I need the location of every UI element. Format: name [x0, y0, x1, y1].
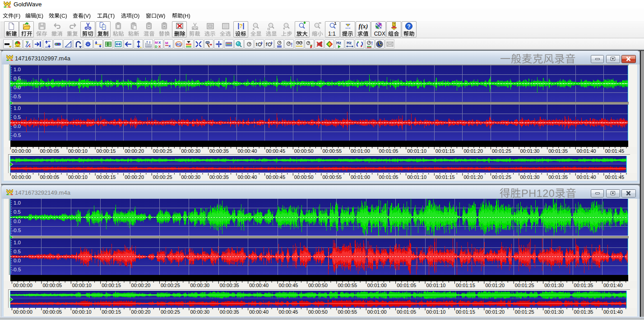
- svg-text:t: t: [256, 42, 258, 47]
- svg-text:00:00:45: 00:00:45: [266, 174, 285, 180]
- svg-text:00:01:15: 00:01:15: [436, 174, 455, 180]
- svg-text:1: 1: [334, 22, 336, 26]
- svg-text:00:00:15: 00:00:15: [102, 283, 121, 288]
- svg-text:00:00:35: 00:00:35: [220, 309, 239, 315]
- svg-text:00:01:40: 00:01:40: [603, 283, 623, 288]
- svg-text:00:00:40: 00:00:40: [238, 148, 257, 154]
- svg-text:00:00:20: 00:00:20: [131, 309, 151, 315]
- svg-text:00:01:40: 00:01:40: [577, 148, 596, 154]
- svg-text:00:01:35: 00:01:35: [548, 174, 568, 180]
- svg-text:00:00:15: 00:00:15: [97, 174, 116, 180]
- svg-text:00:01:25: 00:01:25: [492, 174, 511, 180]
- svg-text:00:00:30: 00:00:30: [190, 283, 209, 288]
- svg-text:00:00:00: 00:00:00: [12, 174, 31, 180]
- svg-text:00:00:45: 00:00:45: [279, 309, 298, 315]
- svg-text:00:00:35: 00:00:35: [220, 283, 239, 288]
- svg-text:00:01:00: 00:01:00: [351, 174, 370, 180]
- svg-text:00:00:25: 00:00:25: [153, 148, 172, 154]
- svg-text:00:01:00: 00:01:00: [367, 309, 387, 315]
- svg-text:00:01:40: 00:01:40: [577, 174, 596, 180]
- svg-text:f: f: [266, 42, 268, 47]
- svg-text:00:01:15: 00:01:15: [456, 309, 475, 315]
- svg-text:Hz: Hz: [336, 41, 341, 45]
- svg-text:00:01:10: 00:01:10: [407, 174, 426, 180]
- svg-text:?: ?: [408, 23, 411, 29]
- svg-text:00:01:20: 00:01:20: [463, 174, 483, 180]
- svg-text:00:00:00: 00:00:00: [13, 309, 32, 315]
- svg-text:00:00:55: 00:00:55: [322, 174, 342, 180]
- svg-text:00:00:25: 00:00:25: [161, 283, 180, 288]
- svg-text:00:01:10: 00:01:10: [407, 148, 426, 154]
- svg-text:00:00:35: 00:00:35: [209, 148, 229, 154]
- svg-text:00:01:15: 00:01:15: [456, 283, 475, 288]
- svg-text:00:01:45: 00:01:45: [605, 174, 624, 180]
- svg-text:00:00:45: 00:00:45: [279, 283, 298, 288]
- svg-text:00:00:40: 00:00:40: [249, 283, 269, 288]
- svg-text:00:00:20: 00:00:20: [131, 283, 151, 288]
- svg-text:00:01:25: 00:01:25: [515, 283, 534, 288]
- svg-text:00:00:05: 00:00:05: [42, 283, 62, 288]
- svg-text:!: !: [371, 41, 373, 46]
- svg-text:00:00:15: 00:00:15: [102, 309, 121, 315]
- svg-text:00:00:25: 00:00:25: [161, 309, 180, 315]
- svg-text:Hz: Hz: [347, 41, 352, 45]
- svg-text:X: X: [168, 44, 171, 48]
- svg-text:00:01:45: 00:01:45: [605, 148, 624, 154]
- svg-text:00:01:25: 00:01:25: [515, 309, 534, 315]
- svg-text:00:00:45: 00:00:45: [266, 148, 285, 154]
- svg-text:?: ?: [239, 23, 242, 29]
- svg-text:00:01:15: 00:01:15: [436, 148, 455, 154]
- svg-text:00:01:05: 00:01:05: [397, 283, 416, 288]
- svg-text:X: X: [158, 45, 161, 48]
- svg-text:00:00:20: 00:00:20: [125, 174, 144, 180]
- svg-text:00:01:30: 00:01:30: [520, 174, 540, 180]
- svg-text:00:01:10: 00:01:10: [426, 283, 446, 288]
- svg-text:00:00:30: 00:00:30: [190, 309, 209, 315]
- svg-text:00:00:10: 00:00:10: [68, 148, 88, 154]
- svg-text:00:01:30: 00:01:30: [544, 309, 564, 315]
- svg-text:00:01:25: 00:01:25: [492, 148, 511, 154]
- svg-text:00:01:10: 00:01:10: [426, 309, 446, 315]
- svg-text:00:00:05: 00:00:05: [40, 174, 59, 180]
- svg-text:X: X: [158, 41, 161, 45]
- svg-text:00:00:05: 00:00:05: [42, 309, 62, 315]
- svg-text:00:01:35: 00:01:35: [574, 283, 593, 288]
- svg-text:00:00:50: 00:00:50: [294, 148, 314, 154]
- svg-text:00:00:55: 00:00:55: [338, 283, 357, 288]
- svg-text:EQ: EQ: [176, 42, 181, 46]
- svg-text:00:01:20: 00:01:20: [463, 148, 483, 154]
- svg-text:00:00:50: 00:00:50: [294, 174, 314, 180]
- svg-text:00:01:00: 00:01:00: [367, 283, 387, 288]
- svg-text:00:00:30: 00:00:30: [181, 174, 200, 180]
- svg-text:00:00:40: 00:00:40: [249, 309, 269, 315]
- svg-text:00:00:10: 00:00:10: [72, 309, 92, 315]
- svg-text:00:01:40: 00:01:40: [603, 309, 623, 315]
- svg-text:00:00:30: 00:00:30: [181, 148, 200, 154]
- svg-text:00:00:55: 00:00:55: [338, 309, 357, 315]
- svg-text:?: ?: [393, 22, 395, 26]
- svg-text:00:01:35: 00:01:35: [574, 309, 593, 315]
- svg-text:00:00:20: 00:00:20: [125, 148, 144, 154]
- svg-text:00:00:15: 00:00:15: [97, 148, 116, 154]
- svg-text:!: !: [291, 42, 292, 47]
- svg-text:00:00:00: 00:00:00: [13, 283, 32, 288]
- svg-text:00:01:35: 00:01:35: [548, 148, 568, 154]
- svg-text:00:00:55: 00:00:55: [322, 148, 342, 154]
- svg-text:00:00:50: 00:00:50: [308, 309, 328, 315]
- svg-text:f(x): f(x): [359, 23, 368, 30]
- svg-text:M: M: [165, 41, 168, 45]
- svg-text:00:01:05: 00:01:05: [397, 309, 416, 315]
- svg-text:00:01:20: 00:01:20: [485, 283, 505, 288]
- svg-text:00:01:30: 00:01:30: [520, 148, 540, 154]
- svg-text:00:00:25: 00:00:25: [153, 174, 172, 180]
- svg-text:00:00:00: 00:00:00: [12, 148, 31, 154]
- svg-text:00:00:50: 00:00:50: [308, 283, 328, 288]
- svg-text:M: M: [155, 41, 158, 45]
- svg-text:00:01:05: 00:01:05: [379, 148, 398, 154]
- svg-text:D: D: [155, 45, 158, 48]
- svg-text:00:01:05: 00:01:05: [379, 174, 398, 180]
- svg-text:00:01:30: 00:01:30: [544, 283, 564, 288]
- svg-text:00:00:05: 00:00:05: [40, 148, 59, 154]
- svg-text:00:01:20: 00:01:20: [485, 309, 505, 315]
- svg-text:00:01:00: 00:01:00: [351, 148, 370, 154]
